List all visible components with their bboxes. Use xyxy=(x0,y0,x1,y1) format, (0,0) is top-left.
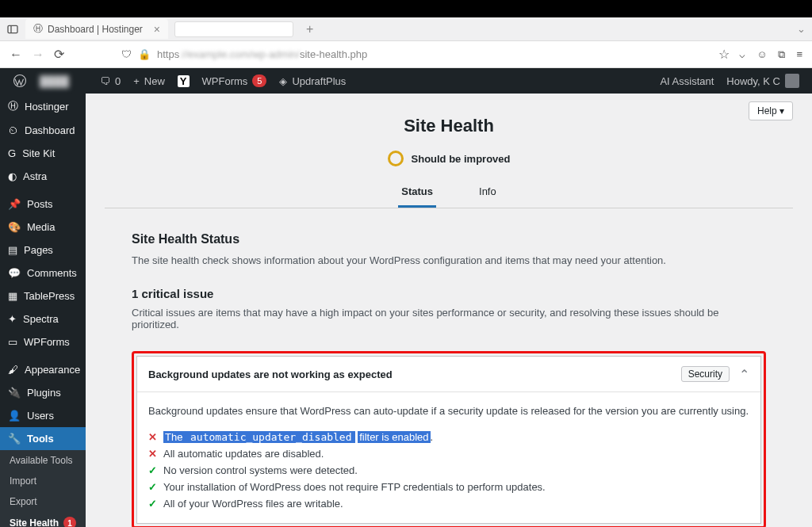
url-text: https://example.com/wp-admin/site-health… xyxy=(157,48,367,60)
card-header[interactable]: Background updates are not working as ex… xyxy=(137,357,760,392)
sidebar-item-plugins[interactable]: 🔌Plugins xyxy=(0,381,86,404)
sidebar-item-dashboard[interactable]: ⏲Dashboard xyxy=(0,119,86,142)
menu-icon[interactable]: ≡ xyxy=(796,48,802,61)
check-item: ✓No version control systems were detecte… xyxy=(148,462,749,479)
submenu-site-health[interactable]: Site Health 1 xyxy=(0,512,86,527)
page-title: Site Health xyxy=(105,116,793,136)
sidebar-item-hostinger[interactable]: ⒽHostinger xyxy=(0,94,86,119)
bookmark-star-icon[interactable]: ☆ xyxy=(718,47,730,62)
check-list: ✕The automatic_updater_disabled filter i… xyxy=(148,429,749,512)
wp-admin-bar: ████ 🗨 0 + New Y WPForms 5 ◈ UpdraftPlus… xyxy=(0,68,812,94)
g-icon: G xyxy=(8,147,16,159)
updraft-item[interactable]: ◈ UpdraftPlus xyxy=(273,68,352,94)
tab-title: Dashboard | Hostinger xyxy=(48,24,143,35)
new-item[interactable]: + New xyxy=(127,68,171,94)
site-name[interactable]: ████ xyxy=(33,68,94,94)
comments-item[interactable]: 🗨 0 xyxy=(94,68,127,94)
sidebar-item-label: WPForms xyxy=(24,336,70,348)
sidebar-item-label: Comments xyxy=(27,267,77,279)
dashboard-icon: ⏲ xyxy=(8,124,18,136)
sidebar-item-media[interactable]: 🎨Media xyxy=(0,216,86,239)
browser-tab-active[interactable]: Ⓗ Dashboard | Hostinger × xyxy=(25,19,168,39)
sidebar-item-comments[interactable]: 💬Comments xyxy=(0,262,86,285)
check-text: All of your WordPress files are writable… xyxy=(163,498,343,510)
howdy-item[interactable]: Howdy, K C xyxy=(720,74,806,88)
status-heading: Site Health Status xyxy=(132,232,766,246)
ai-assistant-item[interactable]: AI Assistant xyxy=(653,75,720,87)
sidebar-toggle-icon[interactable] xyxy=(6,23,19,36)
x-icon: ✕ xyxy=(148,448,157,460)
forward-button[interactable]: → xyxy=(32,48,44,62)
card-title: Background updates are not working as ex… xyxy=(148,369,681,380)
submenu-available-tools[interactable]: Available Tools xyxy=(0,450,86,471)
check-item: ✓Your installation of WordPress does not… xyxy=(148,479,749,495)
new-tab-button[interactable]: + xyxy=(306,22,313,36)
wp-logo[interactable] xyxy=(6,68,33,94)
forms-icon: ▭ xyxy=(8,336,17,348)
url-field[interactable]: 🛡 🔒 https://example.com/wp-admin/site-he… xyxy=(121,48,709,60)
sidebar-item-label: TablePress xyxy=(24,290,75,302)
critical-desc: Critical issues are items that may have … xyxy=(132,307,766,330)
tabs-overflow-icon[interactable]: ⌄ xyxy=(797,23,806,35)
sidebar-item-label: Appearance xyxy=(25,364,80,376)
sidebar-item-label: Users xyxy=(27,410,54,422)
os-titlebar xyxy=(0,0,812,17)
sidebar-item-appearance[interactable]: 🖌Appearance xyxy=(0,358,86,381)
sidebar-item-astra[interactable]: ◐Astra xyxy=(0,165,86,188)
critical-heading: 1 critical issue xyxy=(132,287,766,300)
users-icon: 👤 xyxy=(8,410,21,422)
sidebar-item-tablepress[interactable]: ▦TablePress xyxy=(0,285,86,307)
check-icon: ✓ xyxy=(148,481,157,493)
avatar xyxy=(785,74,799,88)
tab-close-icon[interactable]: × xyxy=(154,23,160,36)
check-item: ✓All of your WordPress files are writabl… xyxy=(148,495,749,512)
check-text: Your installation of WordPress does not … xyxy=(163,481,546,493)
status-text: Should be improved xyxy=(412,153,511,165)
wrench-icon: 🔧 xyxy=(8,433,21,445)
status-circle-icon xyxy=(388,151,404,166)
table-icon: ▦ xyxy=(8,290,17,302)
tab-info[interactable]: Info xyxy=(476,178,500,208)
account-icon[interactable]: ☺ xyxy=(756,48,767,61)
sidebar-item-label: Astra xyxy=(23,170,47,182)
sidebar-item-tools[interactable]: 🔧Tools xyxy=(0,427,86,450)
reload-button[interactable]: ⟳ xyxy=(54,47,64,62)
sidebar-item-spectra[interactable]: ✦Spectra xyxy=(0,307,86,330)
tab-status[interactable]: Status xyxy=(398,178,436,208)
astra-icon: ◐ xyxy=(8,170,17,182)
critical-card: Background updates are not working as ex… xyxy=(136,356,761,524)
sidebar-item-label: Spectra xyxy=(23,313,59,325)
check-text: All automatic updates are disabled. xyxy=(163,448,324,460)
media-icon: 🎨 xyxy=(8,221,21,233)
blank-tab[interactable] xyxy=(174,21,293,37)
pocket-icon[interactable]: ⌵ xyxy=(739,48,745,61)
status-desc: The site health check shows information … xyxy=(132,254,766,266)
chevron-up-icon: ⌃ xyxy=(739,367,749,382)
sidebar-item-pages[interactable]: ▤Pages xyxy=(0,239,86,262)
badge: 1 xyxy=(63,517,76,527)
submenu-import[interactable]: Import xyxy=(0,471,86,491)
yoast-item[interactable]: Y xyxy=(171,68,196,94)
critical-card-highlight: Background updates are not working as ex… xyxy=(132,351,766,527)
wpforms-item[interactable]: WPForms 5 xyxy=(196,68,274,94)
check-item: ✕The automatic_updater_disabled filter i… xyxy=(148,429,749,445)
sidebar-item-label: Hostinger xyxy=(25,101,69,113)
x-icon: ✕ xyxy=(148,431,157,443)
sidebar-item-posts[interactable]: 📌Posts xyxy=(0,193,86,216)
pin-icon: 📌 xyxy=(8,198,21,210)
shield-icon: 🛡 xyxy=(121,48,132,60)
browser-address-bar: ← → ⟳ 🛡 🔒 https://example.com/wp-admin/s… xyxy=(0,41,812,68)
submenu-export[interactable]: Export xyxy=(0,491,86,512)
sidebar-item-label: Posts xyxy=(27,198,53,210)
check-item: ✕All automatic updates are disabled. xyxy=(148,445,749,462)
category-badge: Security xyxy=(681,366,730,382)
content-area: Help ▾ Site Health Should be improved St… xyxy=(86,94,812,527)
sidebar-item-site-kit[interactable]: GSite Kit xyxy=(0,142,86,165)
health-tabs: Status Info xyxy=(105,178,793,208)
brush-icon: 🖌 xyxy=(8,364,18,376)
help-tab[interactable]: Help ▾ xyxy=(749,101,793,120)
extensions-icon[interactable]: ⧉ xyxy=(778,48,785,61)
sidebar-item-wpforms[interactable]: ▭WPForms xyxy=(0,330,86,353)
sidebar-item-users[interactable]: 👤Users xyxy=(0,404,86,427)
back-button[interactable]: ← xyxy=(10,48,22,62)
